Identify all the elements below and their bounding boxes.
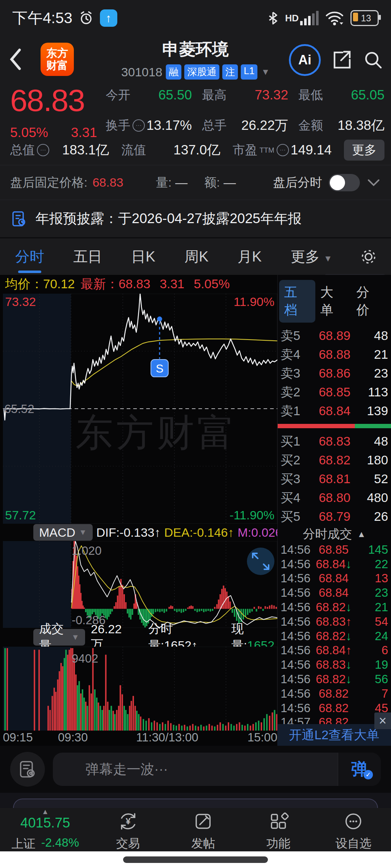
nav-item-features[interactable]: 功能 [241,808,316,852]
order-level-row[interactable]: 买368.8152 [278,469,391,488]
danmaku-send-button[interactable]: 弹 ✓ [338,753,381,786]
tab-日K[interactable]: 日K [129,239,157,274]
last-label: 最新： [81,276,119,293]
time-sales-header[interactable]: 分时成交▲ [278,526,391,542]
trade-time: 14:56 [281,600,316,614]
order-tab-五档[interactable]: 五档 [279,280,315,323]
svg-text:1.020: 1.020 [72,544,102,557]
upload-arrow-icon: ↑ [100,9,117,27]
trade-row: 14:5668.84↑6 [278,643,391,658]
after-hours-price: 68.83 [92,175,123,190]
trade-time: 14:56 [281,543,319,557]
info-icon[interactable]: ··· [133,119,145,132]
search-icon[interactable] [362,49,384,71]
trade-time: 14:56 [281,571,319,585]
after-hours-label: 盘后固定价格: [10,174,87,191]
level-price: 68.85 [314,385,350,399]
danmaku-placeholder: 弹幕走一波··· [53,760,338,779]
l2-upgrade-banner[interactable]: 开通L2查看大单 × [277,724,391,746]
index-quote-item[interactable]: ▲ 4015.75 上证 -2.48% [0,808,91,852]
info-icon[interactable]: ··· [37,144,49,156]
down-arrow-icon: ↓ [346,672,352,686]
order-level-row[interactable]: 买468.80480 [278,488,391,507]
macd-indicator-button[interactable]: MACD▼ [33,524,93,541]
trade-time: 14:56 [281,586,319,600]
level-label: 卖2 [281,384,314,401]
expand-chart-icon[interactable] [247,548,274,575]
post-icon [193,811,214,832]
trade-qty: 13 [349,571,388,585]
level-price: 68.79 [314,509,350,524]
after-hours-vol: — [175,175,188,190]
stat-今开: 今开65.50 [106,87,202,103]
level-qty: 48 [350,434,388,448]
order-level-row[interactable]: 买168.8348 [278,432,391,451]
danmaku-input[interactable]: 弹幕走一波··· 弹 ✓ [53,753,381,786]
collapse-chevron-icon[interactable] [366,178,381,187]
order-level-row[interactable]: 卖368.8623 [278,364,391,383]
news-row[interactable]: 年报预披露：于2026-04-27披露2025年年报 [0,200,391,237]
nav-item-watchlist[interactable]: 设自选 [316,808,391,852]
tab-月K[interactable]: 月K [235,239,264,274]
svg-text:11.90%: 11.90% [234,295,274,309]
volume-indicator-button[interactable]: 成交量▼ [33,629,85,646]
order-level-row[interactable]: 卖168.84139 [278,401,391,420]
stock-badges: 融深股通注L1 [166,64,257,80]
stat-value: 65.50 [158,88,192,103]
stock-code: 301018 [121,65,162,79]
close-icon[interactable]: × [374,712,391,729]
order-level-row[interactable]: 买268.82180 [278,451,391,469]
order-level-row[interactable]: 卖468.8821 [278,345,391,364]
badges-dropdown-icon[interactable]: ▼ [261,67,270,77]
trade-time: 14:56 [281,557,316,571]
trade-qty: 21 [352,600,388,614]
level-price: 68.81 [314,472,350,486]
share-icon[interactable] [330,49,353,71]
trade-row: 14:5668.82↓21 [278,600,391,614]
trade-price: 68.82 [319,687,349,701]
trade-price: 68.84↓ [316,557,352,571]
ai-assistant-button[interactable]: Ai [289,44,321,76]
tab-more[interactable]: 更多 ▼ [289,239,335,274]
watchlist-more-icon [343,811,364,832]
order-book-panel: 五档大单分价 卖568.8948卖468.8821卖368.8623卖268.8… [277,275,391,746]
trade-row: 14:5668.85145 [278,542,391,557]
macd-chart[interactable]: 1.020-0.286 [3,541,277,628]
comment-list-icon[interactable] [10,752,45,787]
macd-m: M:0.026 [237,526,282,539]
report-doc-icon [10,210,28,227]
home-indicator[interactable] [123,856,268,863]
tab-五日[interactable]: 五日 [71,239,104,274]
order-level-row[interactable]: 买568.7926 [278,507,391,526]
tab-分时[interactable]: 分时 [13,239,46,274]
svg-text:-11.90%: -11.90% [230,508,274,522]
order-level-row[interactable]: 卖268.85113 [278,383,391,401]
intraday-price-chart[interactable]: 东方财富S73.3211.90%65.5257.72-11.90% [3,294,277,524]
svg-text:9402: 9402 [72,652,98,665]
index-pct: -2.48% [41,836,79,852]
trade-time: 14:56 [281,629,316,643]
index-value: 4015.75 [20,815,70,831]
after-hours-toggle[interactable] [329,174,360,191]
order-level-row[interactable]: 卖568.8948 [278,326,391,345]
nav-item-trade[interactable]: ¥ 交易 [91,808,166,852]
info-icon[interactable]: ··· [277,144,289,156]
index-expand-icon: ▲ [42,809,49,814]
down-arrow-icon: ↓ [346,557,352,571]
nav-item-post[interactable]: 发帖 [166,808,241,852]
volume-chart[interactable]: 9402 [3,647,277,731]
buy-levels: 买168.8348买268.82180买368.8152买468.80480买5… [278,432,391,526]
status-bar: 下午4:53 ↑ HD 13 [0,0,391,36]
trade-price: 68.82↓ [316,629,352,643]
stat-总值: 总值···183.1亿 [10,141,121,159]
order-tab-分价[interactable]: 分价 [351,280,387,323]
trade-qty: 56 [352,672,388,686]
trade-price: 68.82 [319,701,349,715]
macd-header: MACD▼ DIF:-0.133↑ DEA:-0.146↑ M:0.026↑ [3,524,277,540]
more-button[interactable]: 更多 [344,140,384,161]
order-tab-大单[interactable]: 大单 [315,280,352,323]
chart-settings-gear-icon[interactable] [359,247,378,266]
stat-value: 18.38亿 [337,116,384,135]
after-hours-amt: — [223,175,236,190]
tab-周K[interactable]: 周K [182,239,211,274]
